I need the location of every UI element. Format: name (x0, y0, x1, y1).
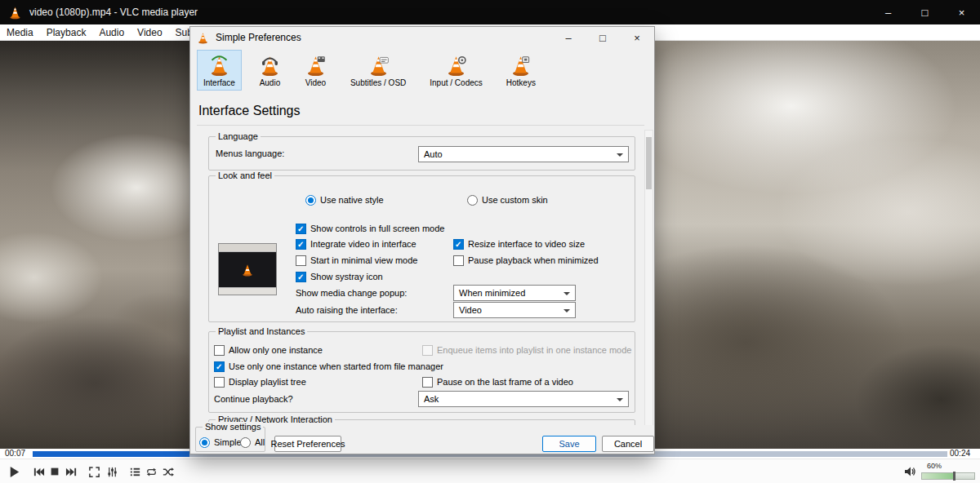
checkbox-label: Resize interface to video size (468, 239, 585, 249)
checkbox-box (453, 239, 464, 250)
radio-dot (240, 437, 251, 448)
window-title: video (1080p).mp4 - VLC media player (29, 7, 870, 18)
volume-percent-label: 60% (927, 462, 942, 470)
reset-preferences-button[interactable]: Reset Preferences (274, 436, 341, 452)
checkbox-show-systray[interactable]: Show systray icon (296, 270, 383, 283)
checkbox-label: Pause playback when minimized (468, 255, 599, 265)
menu-video[interactable]: Video (131, 24, 168, 41)
dialog-close-button[interactable]: × (620, 27, 654, 48)
checkbox-integrate-video[interactable]: Integrate video in interface (296, 237, 416, 250)
checkbox-box (214, 361, 225, 372)
extended-settings-button[interactable] (104, 463, 120, 480)
save-button[interactable]: Save (542, 436, 596, 452)
tab-input-codecs[interactable]: Input / Codecs (423, 50, 488, 91)
checkbox-label: Show controls in full screen mode (310, 224, 444, 233)
interface-preview-image (218, 243, 277, 295)
dialog-scrollbar[interactable] (644, 130, 653, 427)
minimize-button[interactable]: – (870, 0, 906, 24)
radio-all[interactable]: All (240, 436, 265, 449)
radio-use-native-style[interactable]: Use native style (305, 193, 384, 206)
checkbox-box (214, 377, 225, 388)
look-and-feel-group: Look and feel Use native style Use custo… (208, 175, 635, 322)
radio-use-custom-skin[interactable]: Use custom skin (467, 193, 548, 206)
radio-label: Use custom skin (482, 195, 548, 205)
volume-icon[interactable] (902, 463, 918, 480)
vlc-cone-icon (197, 32, 209, 44)
language-group: Language Menus language: Auto (208, 136, 635, 171)
tab-interface[interactable]: Interface (197, 50, 242, 91)
checkbox-label: Display playlist tree (229, 377, 306, 387)
previous-button[interactable] (30, 463, 47, 480)
radio-simple[interactable]: Simple (199, 436, 242, 449)
preferences-toolbar: Interface Audio Video Subtitles / OSD In… (197, 50, 542, 91)
tab-subtitles-osd[interactable]: Subtitles / OSD (344, 50, 412, 91)
media-change-popup-dropdown[interactable]: When minimized (453, 285, 576, 301)
checkbox-enqueue-items: Enqueue items into playlist in one insta… (422, 343, 631, 357)
checkbox-show-controls-fullscreen[interactable]: Show controls in full screen mode (296, 222, 444, 235)
dropdown-value: Auto (424, 149, 443, 159)
checkbox-label: Integrate video in interface (310, 239, 416, 249)
video-frame-right (655, 41, 980, 449)
interface-cone-icon (208, 55, 230, 77)
subtitles-cone-icon (368, 55, 390, 77)
continue-playback-dropdown[interactable]: Ask (418, 391, 629, 407)
look-and-feel-group-title: Look and feel (216, 171, 274, 180)
checkbox-one-instance-file-manager[interactable]: Use only one instance when started from … (214, 360, 443, 373)
checkbox-box (422, 377, 433, 388)
tab-label: Video (305, 78, 326, 87)
cancel-button[interactable]: Cancel (602, 436, 654, 452)
fullscreen-button[interactable] (86, 463, 102, 480)
dialog-maximize-button[interactable]: □ (586, 27, 620, 48)
checkbox-box (296, 272, 306, 282)
checkbox-box (214, 345, 225, 356)
input-codecs-cone-icon (445, 55, 467, 77)
next-button[interactable] (63, 463, 79, 480)
auto-raising-dropdown[interactable]: Video (453, 302, 576, 318)
dialog-title: Simple Preferences (216, 32, 551, 43)
radio-dot (305, 195, 316, 206)
checkbox-label: Allow only one instance (229, 345, 323, 355)
checkbox-display-playlist-tree[interactable]: Display playlist tree (214, 375, 306, 388)
preview-cone-icon (241, 264, 254, 277)
shuffle-button[interactable] (159, 463, 176, 480)
preview-controls-bar (219, 287, 276, 295)
audio-cone-icon (259, 55, 281, 77)
menus-language-dropdown[interactable]: Auto (418, 146, 629, 162)
tab-label: Audio (260, 78, 281, 87)
loop-button[interactable] (143, 463, 159, 480)
checkbox-minimal-view[interactable]: Start in minimal view mode (296, 254, 417, 267)
scrollbar-thumb[interactable] (646, 137, 652, 189)
radio-label: Use native style (320, 195, 384, 205)
checkbox-pause-when-minimized[interactable]: Pause playback when minimized (453, 254, 599, 267)
media-change-popup-label: Show media change popup: (296, 288, 407, 298)
tab-hotkeys[interactable]: Hotkeys (500, 50, 542, 91)
close-button[interactable]: × (943, 0, 980, 24)
volume-slider-handle[interactable] (953, 472, 956, 481)
play-button[interactable] (3, 463, 24, 480)
tab-video[interactable]: Video (298, 50, 333, 91)
playlist-button[interactable] (127, 463, 143, 480)
dialog-minimize-button[interactable]: – (551, 27, 586, 48)
menu-playback[interactable]: Playback (40, 24, 93, 41)
checkbox-label: Pause on the last frame of a video (437, 377, 573, 387)
menu-audio[interactable]: Audio (92, 24, 131, 41)
checkbox-pause-last-frame[interactable]: Pause on the last frame of a video (422, 375, 573, 388)
stop-button[interactable] (47, 463, 63, 480)
video-frame-left (0, 41, 189, 449)
checkbox-label: Use only one instance when started from … (229, 361, 443, 371)
checkbox-resize-interface[interactable]: Resize interface to video size (453, 237, 585, 250)
checkbox-box (453, 255, 464, 266)
dropdown-value: When minimized (459, 288, 525, 298)
volume-slider[interactable] (921, 472, 975, 480)
tab-audio[interactable]: Audio (252, 50, 287, 91)
simple-preferences-dialog: Simple Preferences – □ × Interface Audio… (189, 26, 655, 454)
playlist-group-title: Playlist and Instances (216, 326, 307, 336)
hotkeys-cone-icon (510, 55, 532, 77)
auto-raising-label: Auto raising the interface: (296, 305, 398, 315)
maximize-button[interactable]: □ (906, 0, 943, 24)
radio-dot (467, 195, 478, 206)
volume-slider-fill (922, 473, 953, 479)
menu-media[interactable]: Media (0, 24, 40, 41)
video-cone-icon (305, 55, 327, 77)
checkbox-allow-one-instance[interactable]: Allow only one instance (214, 343, 323, 357)
